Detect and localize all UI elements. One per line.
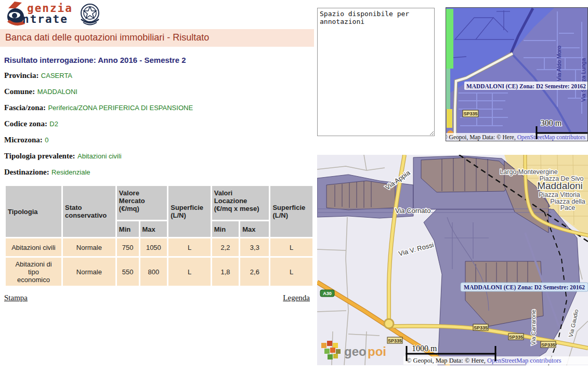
col-header-tipologia: Tipologia: [6, 186, 61, 237]
place-label-pace: Pace: [560, 204, 576, 211]
zone-label: MADDALONI (CE) Zona: D2 Semestre: 20162: [466, 83, 586, 90]
field-fascia-zona: Fascia/zona: Periferica/ZONA PERIFERICA …: [4, 104, 314, 112]
field-label: Codice zona:: [4, 119, 47, 128]
col-header-superficie-2: Superficie (L/N): [270, 186, 312, 237]
field-label: Provincia:: [4, 71, 38, 79]
left-column: genzia ntrate Banca dati delle quotazion…: [0, 0, 314, 302]
field-value: CASERTA: [41, 72, 72, 79]
cell-stato: Normale: [63, 238, 115, 256]
cell-vm-min: 750: [117, 238, 139, 256]
cell-tipologia: Abitazioni di tipo economico: [6, 258, 61, 286]
field-provincia: Provincia: CASERTA: [4, 72, 314, 79]
field-value: Abitazioni civili: [77, 152, 122, 160]
map-attribution: © Geopoi, Map Data: © Here, OpenStreetMa…: [446, 134, 585, 141]
street-label-carrarone: Via Carrarone: [530, 310, 537, 345]
zone-map-small[interactable]: Via Aldo Moro Via Starza Lunga MADDALONI…: [446, 7, 588, 141]
field-label: Destinazione:: [4, 168, 49, 176]
page: genzia ntrate Banca dati delle quotazion…: [0, 0, 588, 373]
geopoi-text-geo: geo: [344, 344, 367, 358]
field-tipologia-prevalente: Tipologia prevalente: Abitazioni civili: [4, 152, 314, 160]
field-value: Periferica/ZONA PERIFERICA DI ESPANSIONE: [48, 104, 193, 112]
cell-vl-max: 2,6: [240, 258, 269, 286]
zone-map-large[interactable]: geo poi Via Appia Via Cornato Via V. Ros…: [317, 155, 588, 365]
col-header-stato: Stato conservativo: [63, 186, 115, 237]
logo-text-ntrate: ntrate: [22, 13, 68, 25]
a30-badge: A30: [320, 290, 334, 297]
cell-superficie-2: L: [270, 238, 312, 256]
sp335-badge: SP335: [473, 324, 488, 330]
attribution-text: © Geopoi, Map Data: © Here,: [446, 134, 517, 141]
green-area: [446, 9, 453, 69]
col-header-superficie-1: Superficie (L/N): [168, 186, 211, 237]
cell-vm-max: 1050: [140, 238, 167, 256]
page-title: Banca dati delle quotazioni immobiliari …: [0, 29, 314, 47]
zone-label-band: MADDALONI (CE) Zona: D2 Semestre: 20162: [461, 283, 588, 291]
zone-label: MADDALONI (CE) Zona: D2 Semestre: 20162: [464, 284, 585, 291]
col-header-min: Min: [212, 221, 239, 237]
cell-tipologia: Abitazioni civili: [6, 238, 61, 256]
legenda-link[interactable]: Legenda: [283, 294, 310, 302]
svg-text:A30: A30: [323, 291, 332, 296]
col-header-min: Min: [117, 221, 139, 237]
result-heading: Risultato interrogazione: Anno 2016 - Se…: [4, 56, 314, 64]
field-label: Microzona:: [4, 136, 43, 144]
osm-link[interactable]: OpenStreetMap contributors: [517, 134, 586, 141]
cell-superficie-1: L: [168, 258, 211, 286]
col-header-valori-locazione: Valori Locazione (€/mq x mese): [212, 186, 269, 220]
svg-text:SP335: SP335: [388, 338, 402, 343]
svg-text:SP335: SP335: [541, 342, 555, 348]
scale-text: 300 m: [541, 118, 562, 127]
street-label-aldo-moro: Via Aldo Moro: [556, 46, 562, 81]
cell-superficie-2: L: [270, 258, 312, 286]
place-label-vittoria: Piazza Vittoria: [539, 191, 580, 198]
geopoi-text-poi: poi: [368, 344, 386, 358]
field-comune: Comune: MADDALONI: [4, 88, 314, 96]
osm-link[interactable]: OpenStreetMap contributors: [487, 357, 561, 364]
table-row: Abitazioni di tipo economico Normale 550…: [6, 258, 312, 286]
green-area: [446, 69, 450, 109]
field-value: MADDALONI: [37, 88, 77, 96]
place-label-montevergine: Largo Montevergine: [500, 168, 557, 176]
sp335-badge: SP335: [508, 334, 524, 340]
cell-vm-min: 550: [117, 258, 139, 286]
map-attribution: © Geopoi, Map Data: © Here, OpenStreetMa…: [407, 357, 561, 364]
cell-vl-min: 1,8: [212, 258, 239, 286]
sp335-badge: SP335: [463, 110, 478, 117]
svg-text:SP335: SP335: [509, 335, 523, 340]
attribution-text: © Geopoi, Map Data: © Here,: [407, 357, 487, 364]
cell-stato: Normale: [63, 258, 115, 286]
cell-vl-min: 2,2: [212, 238, 239, 256]
quotations-table: Tipologia Stato conservativo Valore Merc…: [4, 184, 314, 287]
footer-links: Stampa Legenda: [4, 294, 310, 302]
table-row: Abitazioni civili Normale 750 1050 L 2,2…: [6, 238, 312, 256]
yellow-road-segment: [447, 109, 452, 128]
field-codice-zona: Codice zona: D2: [4, 120, 314, 128]
cell-vm-max: 800: [140, 258, 167, 286]
field-label: Tipologia prevalente:: [4, 152, 75, 160]
field-label: Fascia/zona:: [4, 103, 46, 112]
street-label-cornato: Via Cornato: [395, 207, 430, 215]
stampa-link[interactable]: Stampa: [4, 294, 28, 302]
cell-vl-max: 3,3: [240, 238, 269, 256]
svg-text:SP335: SP335: [463, 111, 477, 116]
sp335-badge: SP335: [387, 337, 402, 343]
col-header-max: Max: [240, 221, 269, 237]
annotations-textarea[interactable]: Spazio disponibile per annotazioni: [317, 8, 435, 136]
field-microzona: Microzona: 0: [4, 136, 314, 144]
sp335-badge: SP335: [541, 341, 556, 348]
scale-text: 1000 m: [412, 344, 437, 353]
field-value: D2: [49, 120, 58, 128]
svg-text:SP335: SP335: [474, 325, 488, 330]
agenzia-entrate-logo: genzia ntrate: [0, 0, 314, 28]
field-destinazione: Destinazione: Residenziale: [4, 168, 314, 176]
street-label-starza-lunga: Via Starza Lunga: [580, 58, 586, 102]
col-header-max: Max: [140, 221, 167, 237]
field-label: Comune:: [4, 87, 35, 96]
place-label-maddaloni: Maddaloni: [537, 180, 583, 191]
italian-republic-emblem-icon: [78, 2, 102, 26]
field-value: Residenziale: [51, 168, 90, 176]
col-header-valore-mercato: Valore Mercato (€/mq): [117, 186, 167, 220]
field-value: 0: [45, 136, 48, 144]
cell-superficie-1: L: [168, 238, 211, 256]
